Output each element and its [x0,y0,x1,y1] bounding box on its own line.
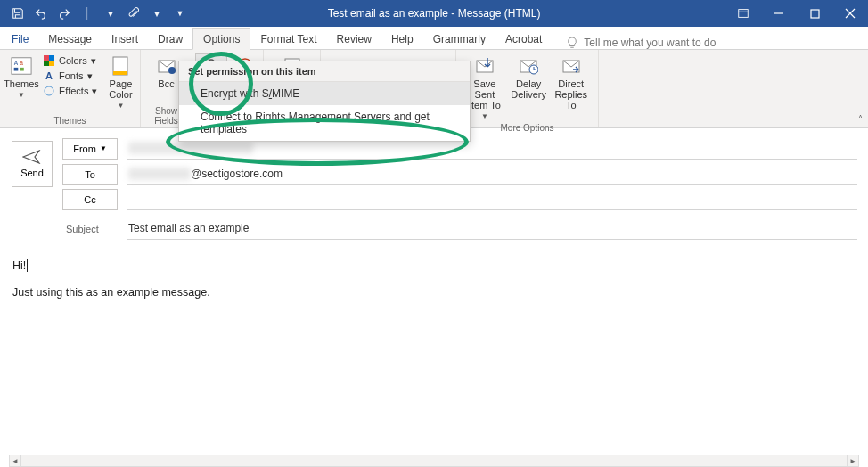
message-body[interactable]: Hi! Just using this as an example messag… [0,245,868,327]
close-icon[interactable] [832,0,868,27]
bcc-icon [156,55,177,77]
colors-icon [43,54,55,67]
fonts-label: Fonts [59,70,84,81]
chevron-down-icon: ▼ [117,102,124,110]
undo-icon[interactable] [30,3,52,24]
svg-rect-10 [44,61,49,66]
collapse-ribbon-icon[interactable]: ˄ [858,114,863,124]
attach-icon[interactable] [123,3,144,24]
fonts-button[interactable]: A Fonts ▾ [39,69,101,83]
cc-field[interactable] [127,189,857,210]
group-themes: Aa Themes ▼ Colors ▾ A Fonts ▾ Eff [0,50,141,127]
bcc-label: Bcc [158,78,174,89]
themes-button[interactable]: Aa Themes ▼ [5,53,37,101]
chevron-down-icon: ▼ [18,91,25,99]
send-button[interactable]: Send [12,141,53,187]
tab-insert[interactable]: Insert [102,29,148,49]
horizontal-scrollbar[interactable]: ◄ ► [9,455,859,467]
tab-file[interactable]: File [2,29,38,49]
send-icon [22,150,42,164]
ribbon-display-icon[interactable] [725,0,761,27]
dropdown-header: Set permission on this item [179,61,470,82]
tell-me-label: Tell me what you want to do [584,37,716,49]
tab-acrobat[interactable]: Acrobat [495,29,552,49]
cc-button[interactable]: Cc [62,189,118,210]
rights-management-item[interactable]: Connect to Rights Management Servers and… [179,105,470,141]
group-more-options: Save Sent Item To ▼ Delay Delivery Direc… [456,50,599,127]
group-themes-label: Themes [5,115,135,126]
tab-help[interactable]: Help [381,29,423,49]
subject-field[interactable]: Test email as an example [127,217,857,240]
svg-rect-2 [811,10,819,18]
chevron-down-icon: ▾ [92,86,97,97]
qat-customize-icon[interactable]: ▾ [100,3,121,24]
to-field[interactable]: xxxxxxxx@sectigostore.com [127,163,857,185]
chevron-down-icon: ▾ [91,55,96,67]
chevron-down-icon: ▼ [100,144,107,152]
page-color-icon [110,55,131,77]
ribbon-tabs: File Message Insert Draw Options Format … [0,27,868,50]
colors-button[interactable]: Colors ▾ [39,53,101,68]
qat-more-icon[interactable]: ▼ [169,3,191,24]
tab-message[interactable]: Message [38,29,102,49]
tab-options[interactable]: Options [192,28,250,50]
save-sent-label: Save Sent Item To [465,78,504,111]
effects-label: Effects [59,86,88,96]
tell-me-search[interactable]: Tell me what you want to do [566,37,716,49]
svg-rect-11 [49,61,54,66]
group-more-options-label: More Options [462,122,593,133]
redo-icon[interactable] [53,3,75,24]
scroll-right-icon[interactable]: ► [847,455,859,467]
qat-dropdown-icon[interactable]: ▾ [146,3,168,24]
encrypt-smime-item[interactable]: Encrypt with S/MIME [179,82,470,105]
scroll-left-icon[interactable]: ◄ [9,455,21,467]
encrypt-dropdown: Set permission on this item Encrypt with… [178,61,471,142]
themes-icon: Aa [11,55,32,77]
effects-icon [43,85,55,97]
svg-rect-6 [14,68,19,71]
page-color-button[interactable]: Page Color ▼ [102,53,138,111]
tab-draw[interactable]: Draw [148,29,192,49]
subject-label: Subject [62,224,118,234]
titlebar: │ ▾ ▾ ▼ Test email as an example - Messa… [0,0,868,27]
effects-button[interactable]: Effects ▾ [39,84,101,98]
direct-replies-icon [561,55,582,77]
direct-replies-label: Direct Replies To [553,78,589,111]
svg-text:a: a [20,60,23,66]
svg-point-16 [168,67,176,74]
compose-header: Send From ▼ xxxxxxxxxxxxxxx To xxxxxxxx@… [0,128,868,245]
svg-rect-0 [739,10,749,18]
tab-format-text[interactable]: Format Text [250,29,326,49]
themes-label: Themes [4,78,39,89]
from-button[interactable]: From ▼ [62,138,118,160]
delay-delivery-button[interactable]: Delay Delivery [510,53,548,102]
to-button[interactable]: To [62,164,118,185]
svg-text:A: A [14,60,19,66]
fonts-icon: A [43,70,55,82]
delay-icon [518,55,539,77]
body-line-1: Hi! [12,259,26,272]
to-value: @sectigostore.com [191,168,283,180]
encrypt-smime-text-prefix: Encrypt with S [201,87,269,100]
delay-label: Delay Delivery [511,78,546,100]
minimize-icon[interactable] [761,0,797,27]
lightbulb-icon [566,37,578,49]
body-line-2: Just using this as an example message. [12,286,856,299]
maximize-icon[interactable] [797,0,832,27]
window-title: Test email as an example - Message (HTML… [328,7,541,20]
chevron-down-icon: ▼ [481,112,488,120]
to-label: To [85,169,95,180]
send-label: Send [20,168,44,178]
qat-divider: │ [77,3,98,24]
tab-grammarly[interactable]: Grammarly [423,29,495,49]
cc-label: Cc [84,194,95,205]
svg-rect-7 [20,68,24,71]
save-icon[interactable] [7,3,29,24]
scroll-track[interactable] [21,455,847,467]
encrypt-smime-text-suffix: MIME [272,87,299,100]
svg-point-12 [45,86,53,95]
page-color-label: Page Color [106,78,135,100]
tab-review[interactable]: Review [327,29,381,49]
direct-replies-button[interactable]: Direct Replies To [549,53,593,112]
svg-rect-8 [44,55,49,61]
